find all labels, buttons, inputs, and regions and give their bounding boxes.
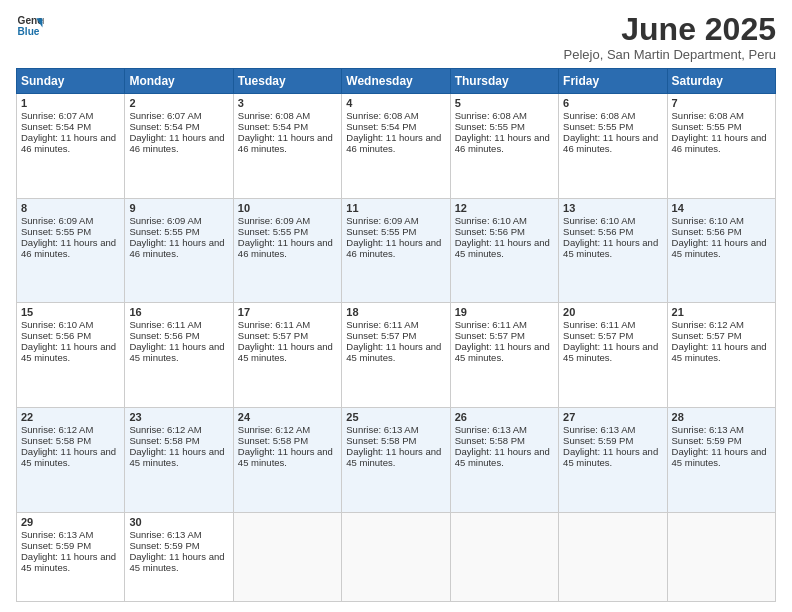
daylight-label: Daylight: 11 hours and 45 minutes. — [563, 341, 658, 363]
day-number: 17 — [238, 306, 337, 318]
daylight-label: Daylight: 11 hours and 45 minutes. — [238, 446, 333, 468]
day-number: 14 — [672, 202, 771, 214]
sunrise-label: Sunrise: 6:11 AM — [455, 319, 527, 330]
daylight-label: Daylight: 11 hours and 46 minutes. — [346, 132, 441, 154]
sunset-label: Sunset: 5:58 PM — [238, 435, 308, 446]
sunrise-label: Sunrise: 6:09 AM — [21, 215, 93, 226]
daylight-label: Daylight: 11 hours and 45 minutes. — [238, 341, 333, 363]
table-cell: 13 Sunrise: 6:10 AM Sunset: 5:56 PM Dayl… — [559, 198, 667, 303]
day-number: 24 — [238, 411, 337, 423]
table-cell: 19 Sunrise: 6:11 AM Sunset: 5:57 PM Dayl… — [450, 303, 558, 408]
table-cell: 20 Sunrise: 6:11 AM Sunset: 5:57 PM Dayl… — [559, 303, 667, 408]
table-cell: 29 Sunrise: 6:13 AM Sunset: 5:59 PM Dayl… — [17, 512, 125, 601]
table-cell: 9 Sunrise: 6:09 AM Sunset: 5:55 PM Dayli… — [125, 198, 233, 303]
daylight-label: Daylight: 11 hours and 45 minutes. — [672, 237, 767, 259]
day-number: 10 — [238, 202, 337, 214]
sunrise-label: Sunrise: 6:08 AM — [563, 110, 635, 121]
day-number: 3 — [238, 97, 337, 109]
sunset-label: Sunset: 5:56 PM — [563, 226, 633, 237]
day-number: 8 — [21, 202, 120, 214]
day-number: 21 — [672, 306, 771, 318]
daylight-label: Daylight: 11 hours and 45 minutes. — [129, 341, 224, 363]
sunrise-label: Sunrise: 6:09 AM — [346, 215, 418, 226]
day-number: 5 — [455, 97, 554, 109]
sunset-label: Sunset: 5:57 PM — [672, 330, 742, 341]
day-number: 22 — [21, 411, 120, 423]
table-cell: 1 Sunrise: 6:07 AM Sunset: 5:54 PM Dayli… — [17, 94, 125, 199]
title-block: June 2025 Pelejo, San Martin Department,… — [564, 12, 776, 62]
daylight-label: Daylight: 11 hours and 45 minutes. — [129, 446, 224, 468]
sunset-label: Sunset: 5:54 PM — [21, 121, 91, 132]
sunset-label: Sunset: 5:56 PM — [672, 226, 742, 237]
table-cell: 5 Sunrise: 6:08 AM Sunset: 5:55 PM Dayli… — [450, 94, 558, 199]
table-cell: 2 Sunrise: 6:07 AM Sunset: 5:54 PM Dayli… — [125, 94, 233, 199]
sunrise-label: Sunrise: 6:13 AM — [563, 424, 635, 435]
sunrise-label: Sunrise: 6:07 AM — [21, 110, 93, 121]
day-number: 7 — [672, 97, 771, 109]
sunrise-label: Sunrise: 6:11 AM — [563, 319, 635, 330]
sunrise-label: Sunrise: 6:11 AM — [346, 319, 418, 330]
table-cell: 11 Sunrise: 6:09 AM Sunset: 5:55 PM Dayl… — [342, 198, 450, 303]
table-cell: 27 Sunrise: 6:13 AM Sunset: 5:59 PM Dayl… — [559, 408, 667, 513]
day-number: 23 — [129, 411, 228, 423]
day-number: 13 — [563, 202, 662, 214]
table-cell: 6 Sunrise: 6:08 AM Sunset: 5:55 PM Dayli… — [559, 94, 667, 199]
calendar-table: Sunday Monday Tuesday Wednesday Thursday… — [16, 68, 776, 602]
table-cell: 22 Sunrise: 6:12 AM Sunset: 5:58 PM Dayl… — [17, 408, 125, 513]
daylight-label: Daylight: 11 hours and 45 minutes. — [346, 341, 441, 363]
sunset-label: Sunset: 5:56 PM — [455, 226, 525, 237]
table-cell: 10 Sunrise: 6:09 AM Sunset: 5:55 PM Dayl… — [233, 198, 341, 303]
daylight-label: Daylight: 11 hours and 45 minutes. — [672, 446, 767, 468]
col-thursday: Thursday — [450, 69, 558, 94]
day-number: 2 — [129, 97, 228, 109]
col-saturday: Saturday — [667, 69, 775, 94]
sunrise-label: Sunrise: 6:10 AM — [21, 319, 93, 330]
table-cell: 4 Sunrise: 6:08 AM Sunset: 5:54 PM Dayli… — [342, 94, 450, 199]
table-cell: 30 Sunrise: 6:13 AM Sunset: 5:59 PM Dayl… — [125, 512, 233, 601]
sunset-label: Sunset: 5:59 PM — [21, 540, 91, 551]
daylight-label: Daylight: 11 hours and 46 minutes. — [21, 237, 116, 259]
sunset-label: Sunset: 5:59 PM — [672, 435, 742, 446]
sunset-label: Sunset: 5:56 PM — [129, 330, 199, 341]
day-number: 11 — [346, 202, 445, 214]
sunrise-label: Sunrise: 6:09 AM — [238, 215, 310, 226]
page: General Blue June 2025 Pelejo, San Marti… — [0, 0, 792, 612]
daylight-label: Daylight: 11 hours and 45 minutes. — [455, 237, 550, 259]
table-cell: 23 Sunrise: 6:12 AM Sunset: 5:58 PM Dayl… — [125, 408, 233, 513]
sunset-label: Sunset: 5:54 PM — [238, 121, 308, 132]
sunrise-label: Sunrise: 6:08 AM — [455, 110, 527, 121]
sunset-label: Sunset: 5:57 PM — [455, 330, 525, 341]
sunset-label: Sunset: 5:58 PM — [346, 435, 416, 446]
sunrise-label: Sunrise: 6:12 AM — [672, 319, 744, 330]
sunset-label: Sunset: 5:57 PM — [238, 330, 308, 341]
table-cell: 14 Sunrise: 6:10 AM Sunset: 5:56 PM Dayl… — [667, 198, 775, 303]
daylight-label: Daylight: 11 hours and 46 minutes. — [129, 237, 224, 259]
sunset-label: Sunset: 5:55 PM — [672, 121, 742, 132]
day-number: 16 — [129, 306, 228, 318]
table-cell: 25 Sunrise: 6:13 AM Sunset: 5:58 PM Dayl… — [342, 408, 450, 513]
sunset-label: Sunset: 5:55 PM — [455, 121, 525, 132]
sunset-label: Sunset: 5:56 PM — [21, 330, 91, 341]
daylight-label: Daylight: 11 hours and 46 minutes. — [455, 132, 550, 154]
table-cell: 15 Sunrise: 6:10 AM Sunset: 5:56 PM Dayl… — [17, 303, 125, 408]
sunset-label: Sunset: 5:57 PM — [563, 330, 633, 341]
location-subtitle: Pelejo, San Martin Department, Peru — [564, 47, 776, 62]
day-number: 1 — [21, 97, 120, 109]
day-number: 25 — [346, 411, 445, 423]
table-cell: 8 Sunrise: 6:09 AM Sunset: 5:55 PM Dayli… — [17, 198, 125, 303]
daylight-label: Daylight: 11 hours and 45 minutes. — [563, 237, 658, 259]
sunset-label: Sunset: 5:55 PM — [346, 226, 416, 237]
sunset-label: Sunset: 5:58 PM — [455, 435, 525, 446]
logo: General Blue — [16, 12, 44, 40]
daylight-label: Daylight: 11 hours and 46 minutes. — [346, 237, 441, 259]
sunrise-label: Sunrise: 6:09 AM — [129, 215, 201, 226]
daylight-label: Daylight: 11 hours and 45 minutes. — [129, 551, 224, 573]
table-cell — [667, 512, 775, 601]
sunrise-label: Sunrise: 6:08 AM — [672, 110, 744, 121]
sunrise-label: Sunrise: 6:10 AM — [672, 215, 744, 226]
col-wednesday: Wednesday — [342, 69, 450, 94]
sunset-label: Sunset: 5:59 PM — [129, 540, 199, 551]
table-cell: 18 Sunrise: 6:11 AM Sunset: 5:57 PM Dayl… — [342, 303, 450, 408]
sunrise-label: Sunrise: 6:13 AM — [672, 424, 744, 435]
daylight-label: Daylight: 11 hours and 45 minutes. — [455, 341, 550, 363]
